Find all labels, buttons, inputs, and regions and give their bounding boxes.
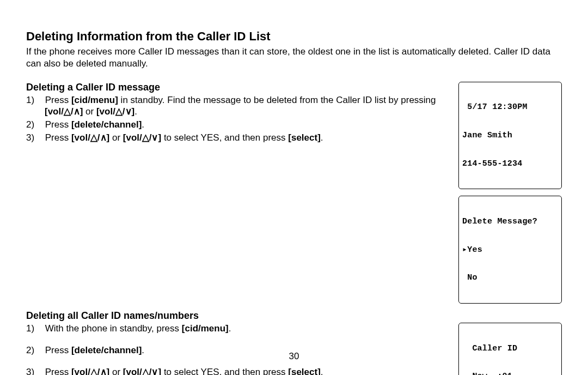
key-vol-down: [vol/△/∨] <box>96 106 134 117</box>
key-vol-up: [vol/△/∧] <box>71 367 109 376</box>
lcd-line: 214-555-1234 <box>462 159 558 168</box>
page-number: 30 <box>0 351 588 362</box>
key-delete-channel: [delete/channel] <box>71 119 142 130</box>
section-b-steps: With the phone in standby, press [cid/me… <box>26 323 452 375</box>
step-a2: Press [delete/channel]. <box>26 119 452 131</box>
lcd-caller-entry: 5/17 12:30PM Jane Smith 214-555-1234 <box>458 82 562 190</box>
section-b-figures: Caller ID New :01 Total:02 Delete All? ▸… <box>458 323 562 375</box>
key-vol-up: [vol/△/∧] <box>71 132 109 143</box>
page-title: Deleting Information from the Caller ID … <box>26 29 562 44</box>
lcd-line: No <box>462 273 558 282</box>
step-a1: Press [cid/menu] in standby. Find the me… <box>26 94 452 118</box>
key-vol-down: [vol/△/∨] <box>123 132 161 143</box>
key-cid-menu: [cid/menu] <box>71 95 118 105</box>
key-cid-menu: [cid/menu] <box>182 323 229 334</box>
section-b-text: With the phone in standby, press [cid/me… <box>26 323 458 375</box>
lcd-line: Delete Message? <box>462 217 558 226</box>
manual-page: Deleting Information from the Caller ID … <box>0 0 588 375</box>
lcd-line: Jane Smith <box>462 131 558 140</box>
key-vol-down: [vol/△/∨] <box>123 367 161 376</box>
step-b1: With the phone in standby, press [cid/me… <box>26 323 452 335</box>
lcd-caller-id-summary: Caller ID New :01 Total:02 <box>458 323 562 375</box>
lcd-line: ▸Yes <box>462 245 558 255</box>
key-select: [select] <box>288 132 321 143</box>
intro-paragraph: If the phone receives more Caller ID mes… <box>26 46 562 70</box>
section-delete-all: With the phone in standby, press [cid/me… <box>26 323 562 375</box>
section-a-steps: Press [cid/menu] in standby. Find the me… <box>26 94 452 144</box>
key-select: [select] <box>288 367 321 376</box>
step-b3: Press [vol/△/∧] or [vol/△/∨] to select Y… <box>26 366 452 376</box>
lcd-line: New :01 <box>462 372 558 375</box>
lcd-delete-message: Delete Message? ▸Yes No <box>458 196 562 304</box>
section-delete-single: Deleting a Caller ID message Press [cid/… <box>26 82 562 311</box>
section-a-heading: Deleting a Caller ID message <box>26 82 452 93</box>
section-a-figures: 5/17 12:30PM Jane Smith 214-555-1234 Del… <box>458 82 562 311</box>
key-vol-up: [vol/△/∧] <box>45 106 83 117</box>
section-a-text: Deleting a Caller ID message Press [cid/… <box>26 82 458 152</box>
lcd-line: 5/17 12:30PM <box>462 102 558 112</box>
section-b-heading: Deleting all Caller ID names/numbers <box>26 310 562 322</box>
step-a3: Press [vol/△/∧] or [vol/△/∨] to select Y… <box>26 132 452 144</box>
